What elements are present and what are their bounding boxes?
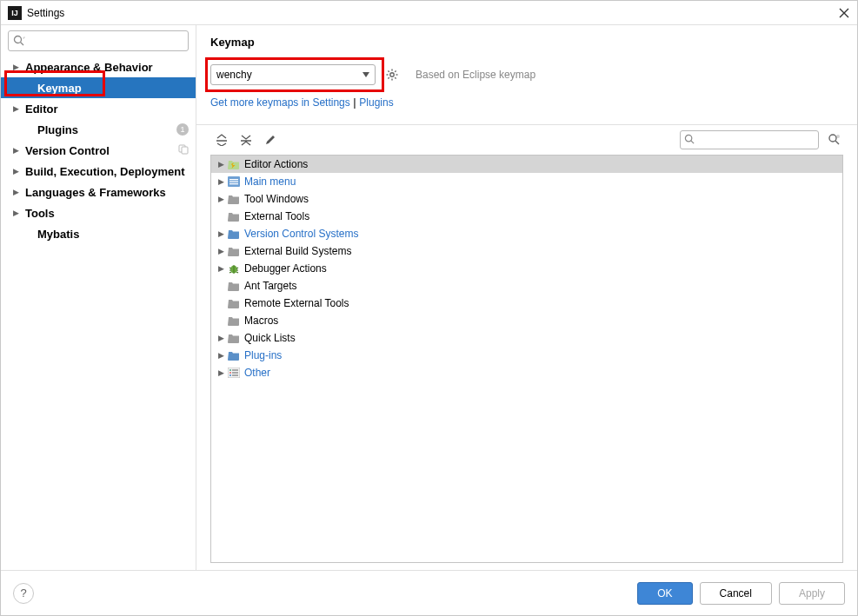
svg-rect-32 [232,369,238,370]
tree-item-external-tools[interactable]: ▶External Tools [211,208,842,225]
sidebar-item-appearance-behavior[interactable]: ▶Appearance & Behavior [1,56,196,77]
sidebar-item-keymap[interactable]: Keymap [1,77,196,98]
folder-blue [227,228,241,240]
sidebar-search-input[interactable] [8,30,189,51]
tree-item-label: Plug-ins [244,349,282,361]
collapse-all-button[interactable] [238,132,254,148]
help-button[interactable]: ? [13,583,34,604]
chevron-right-icon: ▶ [13,209,25,217]
chevron-right-icon: ▶ [13,188,25,196]
tree-item-label: Ant Targets [244,280,296,292]
find-by-shortcut-button[interactable] [826,131,843,149]
tree-item-label: Tool Windows [244,193,309,205]
plugins-link[interactable]: Plugins [359,96,393,109]
chevron-right-icon: ▶ [13,146,25,155]
svg-line-16 [835,141,839,144]
sidebar-item-languages-frameworks[interactable]: ▶Languages & Frameworks [1,182,196,202]
sidebar-item-label: Languages & Frameworks [25,186,189,199]
keymap-select[interactable]: wenchy [210,64,376,85]
settings-sidebar: ▶Appearance & BehaviorKeymap▶EditorPlugi… [1,25,196,570]
chevron-right-icon: ▶ [13,63,25,71]
search-icon [13,35,25,47]
tree-item-macros[interactable]: ▶Macros [211,312,842,329]
sidebar-item-build-execution-deployment[interactable]: ▶Build, Execution, Deployment [1,161,196,182]
apply-button[interactable]: Apply [779,582,845,605]
sidebar-item-tools[interactable]: ▶Tools [1,202,196,223]
tree-item-main-menu[interactable]: ▶Main menu [211,173,842,190]
tree-item-label: Remote External Tools [244,297,349,309]
svg-line-11 [395,70,396,71]
svg-line-1 [21,43,24,46]
folder-gray [227,280,241,292]
tree-item-version-control-systems[interactable]: ▶Version Control Systems [211,225,842,242]
app-icon: IJ [8,6,22,20]
tree-item-tool-windows[interactable]: ▶Tool Windows [211,190,842,208]
get-keymaps-link-row: Get more keymaps in Settings | Plugins [210,96,843,109]
sidebar-search [8,30,189,51]
expand-all-button[interactable] [214,132,229,148]
tree-search [680,130,819,149]
tree-item-debugger-actions[interactable]: ▶Debugger Actions [211,260,842,277]
tree-item-label: Editor Actions [244,158,308,170]
get-keymaps-link[interactable]: Get more keymaps in Settings [210,96,350,109]
svg-rect-21 [229,183,238,184]
folder-gray [227,193,241,205]
tree-item-label: Other [244,367,270,379]
tree-item-quick-lists[interactable]: ▶Quick Lists [211,329,842,347]
chevron-right-icon: ▶ [215,160,227,169]
svg-point-0 [15,36,22,43]
svg-point-33 [229,372,231,374]
keymap-settings-button[interactable] [382,65,402,84]
folder-blue [227,349,241,361]
sidebar-item-mybatis[interactable]: Mybatis [1,223,196,244]
copy-icon [178,144,189,156]
chevron-right-icon: ▶ [215,368,227,377]
sidebar-item-label: Tools [25,207,189,220]
edit-shortcut-button[interactable] [263,132,278,148]
tree-item-other[interactable]: ▶Other [211,364,842,381]
sidebar-item-version-control[interactable]: ▶Version Control [1,140,196,161]
keymap-based-on-label: Based on Eclipse keymap [416,69,535,81]
chevron-right-icon: ▶ [215,195,227,203]
link-separator: | [350,96,360,109]
list-icon [227,367,241,379]
tree-item-label: Quick Lists [244,332,296,344]
sidebar-item-label: Version Control [25,144,178,157]
menu-icon [227,176,241,188]
collapse-all-icon [240,134,252,146]
folder-gray [227,315,241,327]
cancel-button[interactable]: Cancel [700,582,772,605]
actions-tree[interactable]: ▶Editor Actions▶Main menu▶Tool Windows▶E… [210,155,843,563]
tree-search-input[interactable] [680,130,819,149]
svg-point-15 [829,135,836,142]
gear-icon [385,68,399,82]
chevron-right-icon: ▶ [13,104,25,113]
keymap-toolbar [210,125,843,155]
chevron-right-icon: ▶ [13,167,25,176]
tree-item-external-build-systems[interactable]: ▶External Build Systems [211,242,842,260]
sidebar-item-editor[interactable]: ▶Editor [1,98,196,119]
svg-line-12 [388,77,389,78]
tree-item-ant-targets[interactable]: ▶Ant Targets [211,277,842,295]
tree-item-plug-ins[interactable]: ▶Plug-ins [211,347,842,364]
svg-rect-34 [232,372,238,373]
close-button[interactable] [838,7,850,19]
page-title: Keymap [210,36,843,49]
chevron-right-icon: ▶ [215,247,227,255]
tree-item-editor-actions[interactable]: ▶Editor Actions [211,156,842,173]
svg-rect-20 [229,182,238,182]
bug-icon [227,262,241,275]
ok-button[interactable]: OK [637,582,692,605]
sidebar-item-label: Mybatis [37,228,189,241]
sidebar-item-plugins[interactable]: Plugins1 [1,119,196,140]
svg-point-17 [836,135,840,138]
tree-item-remote-external-tools[interactable]: ▶Remote External Tools [211,295,842,312]
chevron-down-icon [362,72,369,77]
update-badge: 1 [176,123,189,136]
search-icon [684,134,695,145]
folder-special [227,158,241,170]
tree-item-label: External Tools [244,210,309,222]
svg-rect-3 [182,147,188,154]
svg-line-9 [388,70,389,71]
svg-rect-19 [229,179,238,180]
